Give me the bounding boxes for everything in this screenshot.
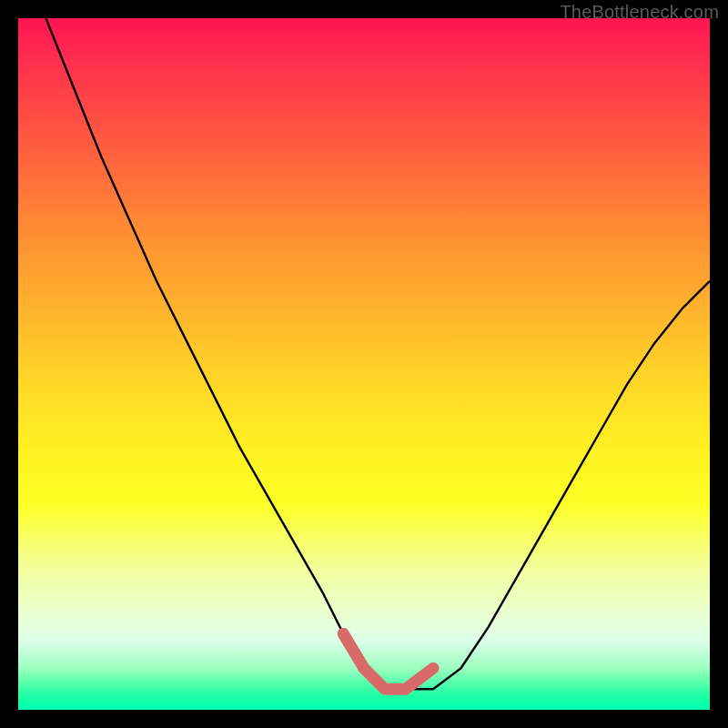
chart-stage: TheBottleneck.com (0, 0, 728, 728)
optimal-zone-highlight (343, 633, 433, 689)
chart-svg (18, 18, 710, 710)
plot-area (18, 18, 710, 710)
bottleneck-curve (46, 18, 710, 689)
